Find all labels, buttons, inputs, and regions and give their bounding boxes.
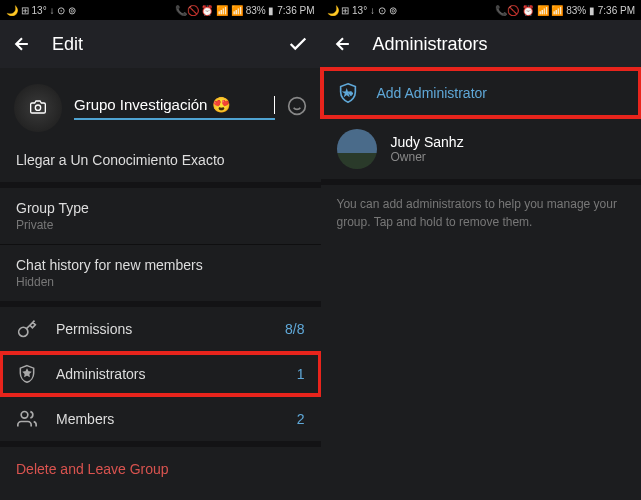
members-label: Members [56,411,279,427]
chat-history-row[interactable]: Chat history for new members Hidden [0,245,321,301]
owner-row[interactable]: Judy Sanhz Owner [321,119,642,179]
group-name-value: Grupo Investigación 😍 [74,96,268,114]
members-row[interactable]: Members 2 [0,397,321,441]
status-left: 🌙 ⊞ 13° ↓ ⊙ ⊚ [327,5,397,16]
people-icon [16,409,38,429]
svg-point-2 [21,412,28,419]
admin-help-text: You can add administrators to help you m… [321,185,642,241]
add-administrator-row[interactable]: ★+ Add Administrator [321,68,642,118]
svg-text:★+: ★+ [344,90,352,96]
group-type-row[interactable]: Group Type Private [0,188,321,244]
edit-header: Edit [0,20,321,68]
shield-plus-icon: ★+ [337,82,359,104]
group-type-label: Group Type [16,200,305,216]
chat-history-value: Hidden [16,275,305,289]
status-right: 📞🚫 ⏰ 📶 📶 83% ▮ 7:36 PM [495,5,635,16]
owner-avatar [337,129,377,169]
owner-name: Judy Sanhz [391,134,464,150]
description-row[interactable]: Llegar a Un Conocimiento Exacto [0,140,321,182]
group-type-value: Private [16,218,305,232]
delete-group-row[interactable]: Delete and Leave Group [0,447,321,491]
add-administrator-label: Add Administrator [377,85,488,101]
members-count: 2 [297,411,305,427]
back-icon[interactable] [12,34,32,54]
key-icon [16,319,38,339]
status-right: 📞🚫 ⏰ 📶 📶 83% ▮ 7:36 PM [175,5,315,16]
profile-section: Grupo Investigación 😍 [0,68,321,140]
owner-role: Owner [391,150,464,164]
permissions-row[interactable]: Permissions 8/8 [0,307,321,351]
camera-icon [30,99,46,118]
admin-title: Administrators [373,34,630,55]
svg-point-1 [288,97,305,114]
admin-header: Administrators [321,20,642,68]
chat-history-label: Chat history for new members [16,257,305,273]
permissions-label: Permissions [56,321,267,337]
description-text: Llegar a Un Conocimiento Exacto [16,152,305,168]
status-bar: 🌙 ⊞ 13° ↓ ⊙ ⊚ 📞🚫 ⏰ 📶 📶 83% ▮ 7:36 PM [0,0,321,20]
emoji-icon[interactable] [287,96,307,121]
status-bar: 🌙 ⊞ 13° ↓ ⊙ ⊚ 📞🚫 ⏰ 📶 📶 83% ▮ 7:36 PM [321,0,642,20]
group-avatar[interactable] [14,84,62,132]
edit-title: Edit [52,34,267,55]
administrators-label: Administrators [56,366,279,382]
check-icon[interactable] [287,33,309,55]
shield-star-icon [16,364,38,384]
administrators-row[interactable]: Administrators 1 [0,352,321,396]
permissions-count: 8/8 [285,321,304,337]
back-icon[interactable] [333,34,353,54]
administrators-count: 1 [297,366,305,382]
status-left: 🌙 ⊞ 13° ↓ ⊙ ⊚ [6,5,76,16]
delete-group-label: Delete and Leave Group [16,461,169,477]
svg-point-0 [35,105,40,110]
group-name-input[interactable]: Grupo Investigación 😍 [74,96,275,120]
